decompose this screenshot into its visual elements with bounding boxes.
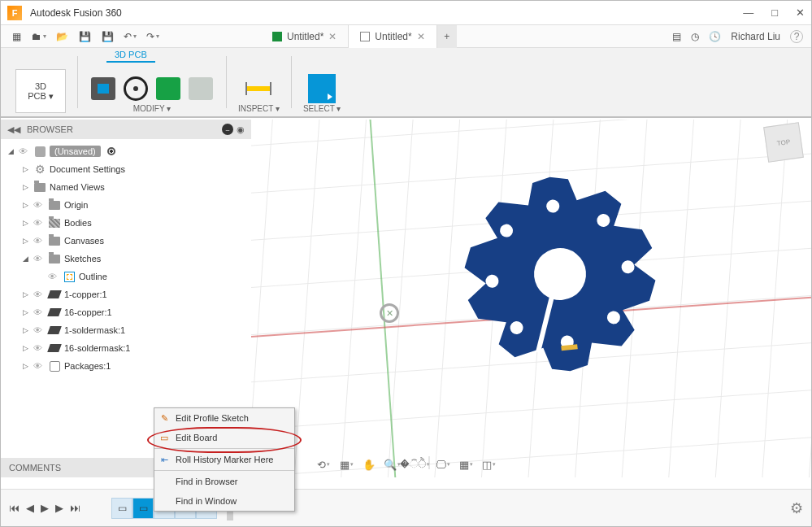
timeline-feature-2[interactable]: ▭ — [132, 498, 154, 519]
fit-button[interactable]: �ିੈ — [406, 456, 423, 473]
tab-close-icon[interactable]: ✕ — [417, 31, 425, 42]
timeline-step-back-button[interactable]: ◀ — [26, 502, 34, 514]
minimize-button[interactable]: — — [743, 7, 753, 19]
ctx-find-in-window[interactable]: Find in Window — [154, 491, 294, 511]
select-tool-icon[interactable] — [308, 75, 336, 102]
timeline-play-button[interactable]: ▶ — [41, 502, 49, 514]
tab-label: Untitled* — [287, 31, 323, 42]
workspace-line1: 3D — [35, 81, 46, 91]
panel-modify-label: MODIFY ▾ — [133, 104, 172, 113]
pan-button[interactable]: ✋ — [360, 456, 378, 473]
notifications-icon[interactable]: 🕓 — [709, 31, 721, 42]
browser-header[interactable]: ◀◀ BROWSER – ◉ — [1, 120, 251, 139]
file-menu-button[interactable]: 🖿 — [30, 28, 48, 45]
push-to-pcb-icon[interactable] — [89, 75, 117, 102]
activate-component-icon[interactable] — [107, 147, 115, 155]
close-button[interactable]: ✕ — [796, 7, 805, 19]
edit-sketch-icon: ✎ — [158, 413, 171, 424]
move-icon[interactable] — [122, 75, 150, 102]
pcb-gear-body[interactable] — [426, 140, 694, 408]
redo-button[interactable]: ↷ — [144, 28, 162, 45]
save-button[interactable]: 💾 — [76, 28, 93, 45]
tree-root[interactable]: ◢👁 (Unsaved) — [6, 142, 246, 160]
new-tab-button[interactable]: + — [437, 25, 457, 48]
ctx-roll-history-marker[interactable]: ⇤Roll History Marker Here — [154, 450, 294, 469]
tree-item-16-copper[interactable]: ▷👁16-copper:1 — [6, 303, 246, 321]
main-area: ◀◀ BROWSER – ◉ ◢👁 (Unsaved) ▷⚙Document S… — [1, 120, 811, 477]
viewport-layout-button[interactable]: ◫ — [480, 456, 497, 473]
tab-untitled-1[interactable]: Untitled* ✕ — [261, 25, 349, 48]
tree-item-named-views[interactable]: ▷Named Views — [6, 178, 246, 196]
tree-item-1-soldermask[interactable]: ▷👁1-soldermask:1 — [6, 321, 246, 339]
tab-close-icon[interactable]: ✕ — [328, 31, 337, 42]
viewport-canvas[interactable]: TOP — [251, 120, 811, 477]
modify-green-icon[interactable] — [154, 75, 182, 102]
root-label: (Unsaved) — [50, 146, 101, 157]
view-cube[interactable]: TOP — [763, 122, 804, 163]
quick-access-toolbar: ▦ 🖿 📂 💾 💾 ↶ ↷ Untitled* ✕ Untitled* ✕ + … — [1, 25, 811, 48]
save-all-button[interactable]: 💾 — [98, 28, 116, 45]
browser-settings-icon[interactable]: – — [222, 124, 233, 135]
timeline-feature-1[interactable]: ▭ — [111, 498, 132, 519]
open-button[interactable]: 📂 — [53, 28, 71, 45]
history-marker-icon: ⇤ — [158, 455, 171, 465]
tree-item-1-copper[interactable]: ▷👁1-copper:1 — [6, 285, 246, 303]
timeline-step-fwd-button[interactable]: ▶ — [55, 502, 63, 514]
grid-menu-icon[interactable]: ▦ — [7, 28, 25, 45]
cube-tab-icon — [360, 32, 370, 41]
maximize-button[interactable]: □ — [771, 7, 778, 19]
ctx-edit-profile-sketch[interactable]: ✎Edit Profile Sketch — [154, 408, 294, 428]
tab-untitled-2[interactable]: Untitled* ✕ — [349, 25, 436, 48]
look-at-button[interactable]: ▦ — [337, 456, 355, 473]
tree-item-16-soldermask[interactable]: ▷👁16-soldermask:1 — [6, 339, 246, 357]
extensions-icon[interactable]: ▤ — [672, 31, 681, 42]
workspace-switcher[interactable]: 3D PCB ▾ — [15, 69, 66, 113]
job-status-icon[interactable]: ◷ — [691, 31, 699, 42]
tree-item-packages[interactable]: ▷👁Packages:1 — [6, 357, 246, 375]
pcb-tab-icon — [272, 32, 282, 41]
ribbon: 3D PCB 3D PCB ▾ MODIFY ▾ INSPECT ▾ SELEC… — [1, 48, 811, 118]
modify-grey-icon[interactable] — [187, 75, 215, 102]
ctx-find-in-browser[interactable]: Find in Browser — [154, 472, 294, 491]
timeline-settings-icon[interactable]: ⚙ — [790, 499, 803, 517]
grid-settings-button[interactable]: ▦ — [457, 456, 475, 473]
origin-marker — [380, 303, 399, 323]
app-logo-icon: F — [7, 6, 22, 20]
browser-tree: ◢👁 (Unsaved) ▷⚙Document Settings ▷Named … — [1, 139, 251, 378]
browser-options-icon[interactable]: ◉ — [237, 124, 245, 135]
help-icon[interactable]: ? — [790, 30, 803, 43]
workspace-line2: PCB ▾ — [28, 91, 54, 102]
document-tabs: Untitled* ✕ Untitled* ✕ + — [261, 25, 457, 48]
context-menu: ✎Edit Profile Sketch ▭Edit Board ⇤Roll H… — [154, 407, 295, 512]
titlebar: F Autodesk Fusion 360 — □ ✕ — [1, 1, 811, 25]
measure-icon[interactable] — [245, 75, 272, 102]
tree-item-document-settings[interactable]: ▷⚙Document Settings — [6, 160, 246, 178]
comments-title: COMMENTS — [9, 463, 61, 473]
navigation-toolbar: ⟲ ▦ ✋ 🔍 �ିੈ 🖵 ▦ ◫ — [310, 455, 502, 474]
browser-title: BROWSER — [27, 124, 73, 134]
display-settings-button[interactable]: 🖵 — [434, 456, 452, 473]
timeline-start-button[interactable]: ⏮ — [9, 502, 20, 514]
panel-select-label: SELECT ▾ — [303, 104, 341, 113]
tab-label: Untitled* — [375, 31, 411, 42]
undo-button[interactable]: ↶ — [121, 28, 139, 45]
tree-item-bodies[interactable]: ▷👁Bodies — [6, 214, 246, 232]
timeline-end-button[interactable]: ⏭ — [70, 502, 80, 514]
tree-item-origin[interactable]: ▷👁Origin — [6, 196, 246, 214]
tree-item-sketches[interactable]: ◢👁Sketches — [6, 250, 246, 268]
edit-board-icon: ▭ — [158, 433, 171, 443]
panel-inspect-label: INSPECT ▾ — [238, 104, 280, 113]
ribbon-tab-3dpcb[interactable]: 3D PCB — [106, 48, 155, 63]
timeline: ⏮ ◀ ▶ ▶ ⏭ ▭ ▭ ▭ ▭ ▭ ⚙ — [1, 489, 811, 526]
window-title: Autodesk Fusion 360 — [30, 7, 122, 19]
user-name[interactable]: Richard Liu — [731, 31, 780, 42]
tree-item-outline[interactable]: 👁Outline — [6, 268, 246, 285]
ctx-edit-board[interactable]: ▭Edit Board — [154, 428, 294, 447]
zoom-button[interactable]: 🔍 — [383, 456, 401, 473]
orbit-button[interactable]: ⟲ — [315, 456, 332, 473]
tree-item-canvases[interactable]: ▷👁Canvases — [6, 232, 246, 250]
collapse-browser-icon[interactable]: ◀◀ — [7, 124, 20, 135]
